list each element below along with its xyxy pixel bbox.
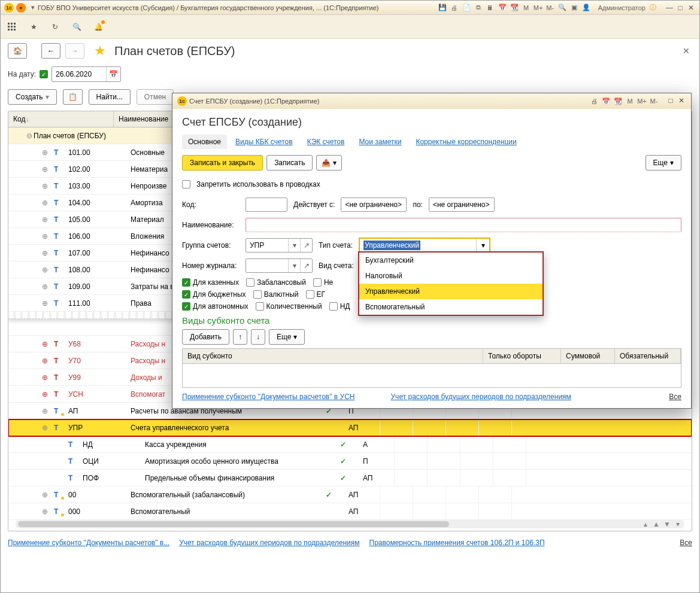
expand-icon[interactable]: ⊕ xyxy=(42,165,49,174)
forbid-checkbox[interactable] xyxy=(182,180,190,188)
check-autonomous[interactable] xyxy=(182,302,190,311)
calendar-icon[interactable]: 📅 xyxy=(498,3,507,13)
modal-m-plus-icon[interactable]: M+ xyxy=(637,96,647,106)
expand-icon[interactable]: ⊕ xyxy=(42,232,49,241)
check-currency[interactable] xyxy=(253,290,262,299)
table-row[interactable]: ⊕T000ВспомогательныйАП xyxy=(8,503,692,520)
col-header-code[interactable]: Код↓ xyxy=(8,111,114,127)
collapse-icon[interactable]: ⊖ xyxy=(26,132,34,140)
group-combo[interactable]: ▾ ↗ xyxy=(246,238,313,253)
m-minus-icon[interactable]: M- xyxy=(546,3,555,13)
tab-correspond[interactable]: Корректные корреспонденции xyxy=(410,135,522,149)
code-input[interactable] xyxy=(246,197,287,212)
expand-icon[interactable]: ⊕ xyxy=(42,424,49,432)
check-nd[interactable] xyxy=(329,302,338,311)
modal-print-icon[interactable]: 🖨 xyxy=(589,96,599,106)
expand-icon[interactable]: ⊕ xyxy=(42,407,49,415)
date-picker-button[interactable]: 📅 xyxy=(106,67,120,81)
table-row[interactable]: TНДКасса учреждения✓А xyxy=(8,436,692,453)
modal-date-icon[interactable]: 📆 xyxy=(613,96,623,106)
journal-open-icon[interactable]: ↗ xyxy=(300,259,312,272)
favorite-star-icon[interactable]: ★ xyxy=(94,43,106,59)
type-option-management[interactable]: Управленческий xyxy=(359,284,543,299)
scroll-up-icon[interactable]: ▲ xyxy=(652,520,660,528)
expand-icon[interactable]: ⊕ xyxy=(42,491,49,499)
create-button[interactable]: Создать ▾ xyxy=(8,89,57,105)
expand-icon[interactable]: ⊕ xyxy=(42,282,49,291)
close-page-button[interactable]: ✕ xyxy=(680,44,692,58)
check-ef[interactable] xyxy=(306,290,314,299)
date-input[interactable] xyxy=(52,67,106,81)
expand-icon[interactable]: ⊕ xyxy=(42,299,49,308)
print-icon[interactable]: 🖨 xyxy=(450,3,459,13)
group-open-icon[interactable]: ↗ xyxy=(300,239,312,252)
save-button[interactable]: Записать xyxy=(266,155,313,171)
zoom-icon[interactable]: 🔍 xyxy=(557,3,567,13)
doc-icon[interactable]: 📄 xyxy=(462,3,471,13)
type-dropdown-icon[interactable]: ▾ xyxy=(476,239,489,252)
check-quantity[interactable] xyxy=(256,302,264,311)
save-icon[interactable]: 💾 xyxy=(438,3,447,13)
scroll-top-icon[interactable]: ▴ xyxy=(641,520,650,528)
modal-link-2[interactable]: Учет расходов будущих периодов по подраз… xyxy=(391,393,571,401)
footer-link-1[interactable]: Применение субконто "Документы расчетов"… xyxy=(8,539,169,547)
type-option-bookkeeping[interactable]: Бухгалтерский xyxy=(359,253,543,268)
modal-link-1[interactable]: Применение субконто "Документы расчетов"… xyxy=(182,393,355,401)
help-icon[interactable]: ▣ xyxy=(569,3,579,13)
m-plus-icon[interactable]: M+ xyxy=(534,3,543,13)
tab-kek[interactable]: КЭК счетов xyxy=(301,135,351,149)
type-option-auxiliary[interactable]: Вспомогательный xyxy=(359,299,543,315)
subkonto-grid-body[interactable] xyxy=(182,364,681,388)
search-icon[interactable]: 🔍 xyxy=(71,22,82,32)
group-dropdown-icon[interactable]: ▾ xyxy=(288,239,300,252)
check-ne[interactable] xyxy=(313,278,322,287)
type-option-tax[interactable]: Налоговый xyxy=(359,268,543,284)
scroll-down-icon[interactable]: ▼ xyxy=(663,520,671,528)
expand-icon[interactable]: ⊕ xyxy=(42,215,49,224)
tab-main[interactable]: Основное xyxy=(182,135,227,149)
journal-dropdown-icon[interactable]: ▾ xyxy=(288,259,300,272)
footer-all-link[interactable]: Все xyxy=(680,539,692,547)
modal-close-button[interactable]: ✕ xyxy=(677,96,686,105)
subkonto-more-button[interactable]: Еще ▾ xyxy=(269,329,305,345)
footer-link-3[interactable]: Правомерность применения счетов 106.2П и… xyxy=(369,539,545,547)
tab-notes[interactable]: Мои заметки xyxy=(353,135,407,149)
check-zabalance[interactable] xyxy=(246,278,254,287)
name-input[interactable] xyxy=(246,218,681,232)
col-required[interactable]: Обязательный xyxy=(615,349,681,363)
info-icon[interactable]: ⓘ xyxy=(648,3,657,13)
more-button[interactable]: Еще ▾ xyxy=(646,155,681,171)
bell-icon[interactable]: 🔔 xyxy=(93,22,104,32)
modal-m-minus-icon[interactable]: M- xyxy=(649,96,659,106)
home-button[interactable]: 🏠 xyxy=(8,43,27,59)
table-row[interactable]: ⊕T00Вспомогательный (забалансовый)✓АП xyxy=(8,486,692,503)
cancel-button[interactable]: Отмен xyxy=(137,89,174,105)
tab-kbk[interactable]: Виды КБК счетов xyxy=(229,135,299,149)
valid-to-input[interactable] xyxy=(429,197,495,212)
expand-icon[interactable]: ⊕ xyxy=(42,249,49,257)
expand-icon[interactable]: ⊕ xyxy=(42,182,49,190)
valid-from-input[interactable] xyxy=(341,197,407,212)
footer-link-2[interactable]: Учет расходов будущих периодов по подраз… xyxy=(179,539,359,547)
move-down-button[interactable]: ↓ xyxy=(251,329,265,345)
table-row-selected[interactable]: ⊕TУПРСчета управленческого учетаАП xyxy=(8,419,692,436)
scroll-bottom-icon[interactable]: ▾ xyxy=(674,520,682,528)
minimize-button[interactable]: — xyxy=(665,4,674,12)
history-icon[interactable]: ↻ xyxy=(50,22,60,32)
move-up-button[interactable]: ↑ xyxy=(233,329,247,345)
col-subkonto-kind[interactable]: Вид субконто xyxy=(183,349,483,363)
horizontal-scrollbar[interactable]: ▴ ▲ ▼ ▾ xyxy=(16,520,684,528)
col-summa[interactable]: Суммовой xyxy=(561,349,615,363)
copy-button[interactable]: 📋 xyxy=(63,89,83,105)
expand-icon[interactable]: ⊕ xyxy=(42,266,49,274)
save-and-close-button[interactable]: Записать и закрыть xyxy=(182,155,263,171)
maximize-button[interactable]: □ xyxy=(675,4,685,12)
expand-icon[interactable]: ⊕ xyxy=(42,199,49,207)
modal-calendar-icon[interactable]: 📅 xyxy=(601,96,611,106)
check-budget[interactable] xyxy=(182,290,190,299)
find-button[interactable]: Найти... xyxy=(89,89,131,105)
modal-all-link[interactable]: Все xyxy=(669,393,681,401)
expand-icon[interactable]: ⊕ xyxy=(42,148,49,157)
apps-grid-icon[interactable] xyxy=(7,22,17,32)
close-button[interactable]: ✕ xyxy=(686,4,696,12)
